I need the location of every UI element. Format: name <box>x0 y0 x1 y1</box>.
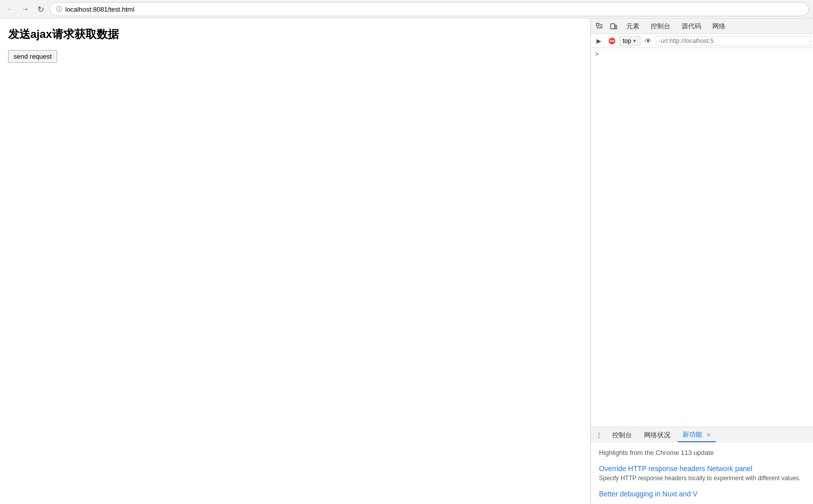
devtools-bottom-tab-network-conditions[interactable]: 网络状况 <box>639 429 675 442</box>
devtools-eye-button[interactable]: 👁 <box>643 35 654 47</box>
devtools-tab-console[interactable]: 控制台 <box>646 20 675 33</box>
feature-description-1: Specify HTTP response headers locally to… <box>599 475 805 482</box>
send-request-button[interactable]: send request <box>8 50 57 63</box>
new-features-tab-close[interactable]: ✕ <box>706 432 711 438</box>
feature-link-2[interactable]: Better debugging in Nuxt and V <box>599 490 805 498</box>
browser-toolbar: ← → ↻ ⓘ localhost:8081/test.html <box>0 0 813 18</box>
address-bar[interactable]: ⓘ localhost:8081/test.html <box>50 2 809 16</box>
devtools-bottom-tab-new-features[interactable]: 新功能 ✕ <box>677 428 716 442</box>
devtools-bottom-menu-button[interactable]: ⋮ <box>593 429 605 441</box>
devtools-play-button[interactable]: ▶ <box>593 35 604 47</box>
svg-rect-5 <box>615 25 617 29</box>
page-content: 发送ajax请求获取数据 send request <box>0 19 590 504</box>
devtools-inspect-button[interactable] <box>593 20 606 33</box>
devtools-filter-bar: ▶ ⛔ top ▼ 👁 <box>591 34 813 48</box>
devtools-tab-elements[interactable]: 元素 <box>621 20 645 33</box>
top-dropdown-label: top <box>623 37 631 45</box>
devtools-features-content: Highlights from the Chrome 113 update Ov… <box>591 443 813 504</box>
feature-link-1[interactable]: Override HTTP response headers Network p… <box>599 465 805 473</box>
devtools-filter-input[interactable] <box>656 36 811 46</box>
chevron-down-icon: ▼ <box>632 38 637 44</box>
page-title: 发送ajax请求获取数据 <box>8 27 582 42</box>
back-button[interactable]: ← <box>4 3 16 15</box>
svg-rect-0 <box>596 23 599 26</box>
devtools-bottom-tab-console[interactable]: 控制台 <box>607 429 637 442</box>
features-highlight-text: Highlights from the Chrome 113 update <box>599 449 805 456</box>
devtools-tab-sources[interactable]: 源代码 <box>676 20 706 33</box>
devtools-content: > <box>591 48 813 427</box>
devtools-top-dropdown[interactable]: top ▼ <box>619 36 640 46</box>
devtools-panel: 元素 控制台 源代码 网络 ▶ ⛔ top ▼ 👁 > ⋮ 控制台 网络状况 <box>590 19 813 504</box>
devtools-tab-network[interactable]: 网络 <box>707 20 731 33</box>
main-layout: 发送ajax请求获取数据 send request 元素 控制台 <box>0 19 813 504</box>
devtools-no-entry-button[interactable]: ⛔ <box>606 35 617 47</box>
browser-chrome: ← → ↻ ⓘ localhost:8081/test.html <box>0 0 813 19</box>
svg-rect-4 <box>611 24 615 29</box>
devtools-device-button[interactable] <box>607 20 620 33</box>
devtools-top-bar: 元素 控制台 源代码 网络 <box>591 19 813 34</box>
console-chevron-row[interactable]: > <box>591 48 813 60</box>
lock-icon: ⓘ <box>56 5 62 14</box>
devtools-bottom-bar: ⋮ 控制台 网络状况 新功能 ✕ <box>591 427 813 443</box>
forward-button[interactable]: → <box>19 3 31 15</box>
url-text: localhost:8081/test.html <box>65 6 135 13</box>
new-features-tab-label: 新功能 <box>682 431 702 438</box>
refresh-button[interactable]: ↻ <box>34 3 47 15</box>
